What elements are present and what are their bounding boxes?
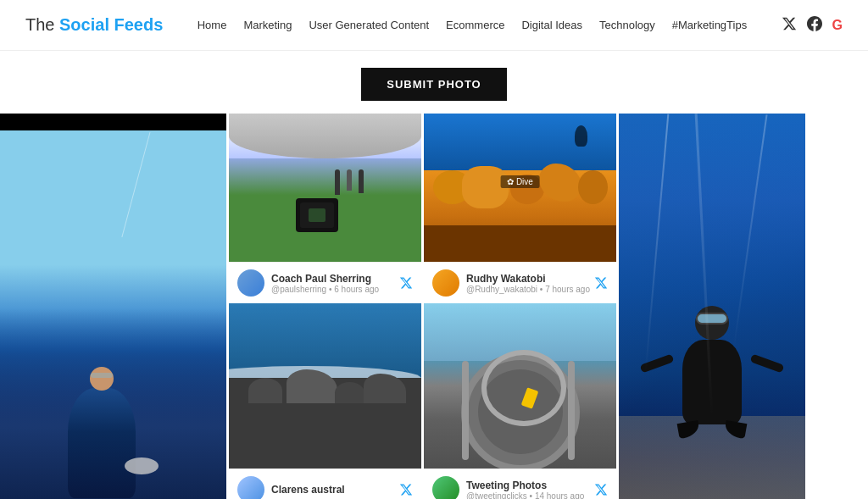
column-4: islander89 @islander89_ • 11 hours ago: [619, 114, 805, 499]
site-header: The Social Feeds Home Marketing User Gen…: [0, 0, 868, 51]
facebook-icon[interactable]: [807, 16, 822, 35]
twitter-bird-paul: [399, 276, 413, 290]
photo-fishing: [0, 114, 226, 499]
photo-rocks: [229, 303, 421, 469]
main-nav: Home Marketing User Generated Content Ec…: [198, 19, 747, 31]
card-user-tweeting: Tweeting Photos @tweetingclicks • 14 hou…: [432, 476, 584, 499]
nav-ecommerce[interactable]: Ecommerce: [446, 19, 504, 31]
nav-home[interactable]: Home: [198, 19, 227, 31]
card-clarens2-info: Clarens austral: [229, 469, 421, 499]
twitter-bird-tweeting: [594, 483, 608, 496]
user-name-tweeting: Tweeting Photos: [466, 480, 584, 491]
nav-marketing[interactable]: Marketing: [243, 19, 292, 31]
dive-label: ✿ Dive: [507, 177, 533, 186]
card-tweeting-info: Tweeting Photos @tweetingclicks • 14 hou…: [424, 469, 616, 499]
photo-coral: ✿ Dive: [424, 114, 616, 262]
photo-grid: Clarens austral: [0, 114, 868, 499]
photo-road: [424, 303, 616, 469]
submit-photo-button[interactable]: SUBMIT PHOTO: [361, 68, 506, 101]
user-name-paul: Coach Paul Sherring: [271, 273, 379, 285]
google-icon[interactable]: G: [832, 18, 843, 33]
nav-digital-ideas[interactable]: Digital Ideas: [521, 19, 582, 31]
card-user-paul: Coach Paul Sherring @paulsherring • 6 ho…: [237, 269, 379, 297]
user-handle-paul: @paulsherring • 6 hours ago: [271, 285, 379, 294]
photo-soccer: [229, 114, 421, 262]
twitter-bird-clarens2: [399, 483, 413, 496]
nav-marketing-tips[interactable]: #MarketingTips: [672, 19, 747, 31]
user-handle-rudhy: @Rudhy_wakatobi • 7 hours ago: [466, 285, 590, 294]
site-logo[interactable]: The Social Feeds: [25, 15, 163, 35]
dive-overlay: ✿ Dive: [500, 175, 540, 188]
column-2: Coach Paul Sherring @paulsherring • 6 ho…: [229, 114, 424, 499]
user-info-paul: Coach Paul Sherring @paulsherring • 6 ho…: [271, 273, 379, 294]
card-user-rudhy: Rudhy Wakatobi @Rudhy_wakatobi • 7 hours…: [432, 269, 590, 297]
logo-text-bold: Social Feeds: [59, 15, 163, 34]
card-rudhy-info: Rudhy Wakatobi @Rudhy_wakatobi • 7 hours…: [424, 262, 616, 303]
logo-text-regular: The: [25, 15, 59, 34]
user-name-clarens2: Clarens austral: [271, 484, 345, 496]
user-handle-tweeting: @tweetingclicks • 14 hours ago: [466, 491, 584, 500]
column-1: Clarens austral: [0, 114, 229, 499]
photo-diver: [619, 114, 805, 499]
card-user-clarens2: Clarens austral: [237, 476, 345, 499]
user-info-clarens2: Clarens austral: [271, 484, 345, 496]
nav-ugc[interactable]: User Generated Content: [309, 19, 429, 31]
avatar-tweeting: [432, 476, 459, 499]
avatar-rudhy: [432, 269, 459, 297]
card-paul-info: Coach Paul Sherring @paulsherring • 6 ho…: [229, 262, 421, 303]
header-social-icons: G: [782, 16, 843, 35]
twitter-icon[interactable]: [782, 16, 797, 35]
avatar-paul: [237, 269, 264, 297]
twitter-bird-rudhy: [594, 276, 608, 290]
nav-technology[interactable]: Technology: [599, 19, 655, 31]
avatar-clarens2: [237, 476, 264, 499]
column-3: ✿ Dive Rudhy Wakatobi @Rudhy_wakatobi • …: [424, 114, 619, 499]
user-info-rudhy: Rudhy Wakatobi @Rudhy_wakatobi • 7 hours…: [466, 273, 590, 294]
user-name-rudhy: Rudhy Wakatobi: [466, 273, 590, 285]
user-info-tweeting: Tweeting Photos @tweetingclicks • 14 hou…: [466, 480, 584, 500]
submit-area: SUBMIT PHOTO: [0, 51, 868, 114]
